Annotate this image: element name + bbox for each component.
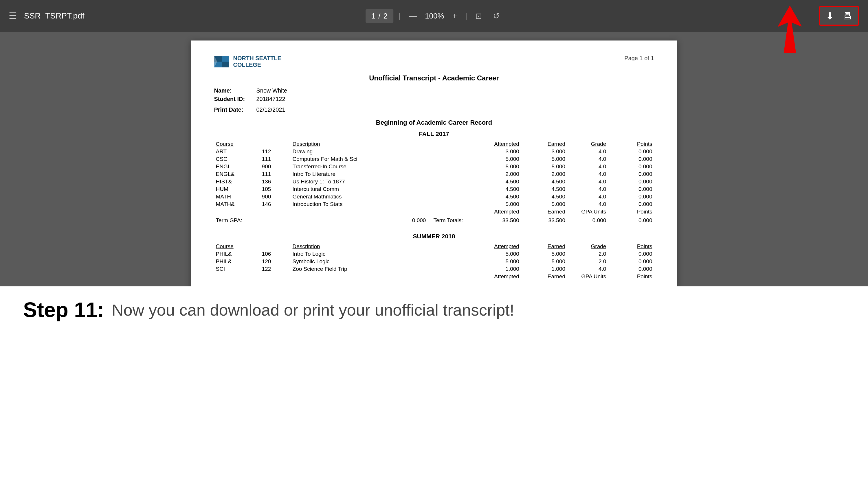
course-attempted: 4.500 [465,186,521,193]
student-id: 201847122 [256,96,285,102]
toolbar-right: ⬇ 🖶 [819,6,859,26]
s18-col-header-earned: Earned [521,243,567,250]
s18-totals-header-points: Points [608,273,654,280]
fall2017-header: FALL 2017 [214,130,654,137]
table-row: HIST& 136 Us History 1: To 1877 4.500 4.… [214,178,654,186]
s18-totals-header-attempted: Attempted [465,273,521,280]
pdf-viewer: NORTH SEATTLE COLLEGE Page 1 of 1 Unoffi… [0,32,868,286]
total-attempted: 33.500 [465,216,521,224]
table-row: PHIL& 120 Symbolic Logic 5.000 5.000 2.0… [214,258,654,265]
course-attempted: 5.000 [465,250,521,258]
section-header: Beginning of Academic Career Record [214,119,654,126]
print-button[interactable]: 🖶 [840,9,855,23]
col-header-course: Course [214,140,260,148]
toolbar-center: 1 / 2 | — 100% + | ⊡ ↺ [366,9,503,23]
totals-header-points: Points [608,208,654,216]
course-points: 0.000 [608,265,654,273]
course-attempted: 4.500 [465,178,521,186]
course-description: Intercultural Comm [291,186,465,193]
course-earned: 5.000 [521,200,567,208]
course-grade: 4.0 [567,155,608,163]
course-points: 0.000 [608,200,654,208]
course-points: 0.000 [608,186,654,193]
course-grade: 4.0 [567,265,608,273]
course-description: General Mathmatics [291,193,465,200]
course-grade: 4.0 [567,148,608,155]
zoom-separator2: | [465,11,467,21]
table-row: PHIL& 106 Intro To Logic 5.000 5.000 2.0… [214,250,654,258]
toolbar: ☰ SSR_TSRPT.pdf 1 / 2 | — 100% + | ⊡ ↺ ⬇… [0,0,868,32]
course-code: PHIL& [214,258,260,265]
college-logo: NORTH SEATTLE COLLEGE [214,55,281,68]
zoom-separator: | [399,11,401,21]
s18-col-header-attempted: Attempted [465,243,521,250]
course-grade: 4.0 [567,193,608,200]
step-label: Step 11: [23,298,104,322]
course-grade: 4.0 [567,170,608,178]
fall2017-table: Course Description Attempted Earned Grad… [214,140,654,224]
course-earned: 2.000 [521,170,567,178]
course-attempted: 5.000 [465,258,521,265]
term-totals-label: Term Totals: [433,217,463,223]
course-earned: 1.000 [521,265,567,273]
course-code: ENGL [214,163,260,170]
course-points: 0.000 [608,250,654,258]
course-points: 0.000 [608,163,654,170]
zoom-in-button[interactable]: + [450,9,460,22]
s18-col-header-grade: Grade [567,243,608,250]
course-points: 0.000 [608,178,654,186]
doc-title: Unofficial Transcript - Academic Career [214,74,654,82]
summer2018-table: Course Description Attempted Earned Grad… [214,243,654,280]
page-current: 1 [371,11,375,21]
course-earned: 4.500 [521,193,567,200]
col-header-num [260,140,291,148]
course-code: MATH& [214,200,260,208]
course-number: 146 [260,200,291,208]
course-points: 0.000 [608,170,654,178]
course-number: 105 [260,186,291,193]
course-number: 900 [260,193,291,200]
hamburger-menu-icon[interactable]: ☰ [9,10,17,22]
svg-rect-4 [222,62,229,67]
fit-page-button[interactable]: ⊡ [472,9,485,23]
course-number: 106 [260,250,291,258]
table-row: ART 112 Drawing 3.000 3.000 4.0 0.000 [214,148,654,155]
course-grade: 2.0 [567,258,608,265]
term-gpa-label: Term GPA: [214,216,291,224]
course-description: Us History 1: To 1877 [291,178,465,186]
table-row: SCI 122 Zoo Science Field Trip 1.000 1.0… [214,265,654,273]
s18-col-header-points: Points [608,243,654,250]
table-row: ENGL 900 Transferred-In Course 5.000 5.0… [214,163,654,170]
s18-totals-header-earned: Earned [521,273,567,280]
s18-totals-header-gpa-units: GPA Units [567,273,608,280]
course-earned: 3.000 [521,148,567,155]
course-grade: 4.0 [567,178,608,186]
s18-col-header-desc: Description [291,243,465,250]
total-gpa-units: 0.000 [567,216,608,224]
course-earned: 5.000 [521,155,567,163]
course-number: 136 [260,178,291,186]
course-grade: 4.0 [567,200,608,208]
table-row: MATH 900 General Mathmatics 4.500 4.500 … [214,193,654,200]
course-description: Zoo Science Field Trip [291,265,465,273]
course-grade: 4.0 [567,186,608,193]
term-gpa-value: 0.000 Term Totals: [291,216,465,224]
col-header-attempted: Attempted [465,140,521,148]
course-attempted: 2.000 [465,170,521,178]
course-attempted: 3.000 [465,148,521,155]
course-points: 0.000 [608,148,654,155]
zoom-out-button[interactable]: — [406,9,420,22]
rotate-button[interactable]: ↺ [490,9,502,23]
course-points: 0.000 [608,258,654,265]
download-button[interactable]: ⬇ [823,9,837,23]
table-row: HUM 105 Intercultural Comm 4.500 4.500 4… [214,186,654,193]
course-description: Symbolic Logic [291,258,465,265]
col-header-grade: Grade [567,140,608,148]
course-number: 122 [260,265,291,273]
course-earned: 5.000 [521,163,567,170]
course-code: SCI [214,265,260,273]
course-earned: 5.000 [521,258,567,265]
course-description: Transferred-In Course [291,163,465,170]
course-number: 120 [260,258,291,265]
student-info: Name: Snow White Student ID: 201847122 [214,87,654,102]
